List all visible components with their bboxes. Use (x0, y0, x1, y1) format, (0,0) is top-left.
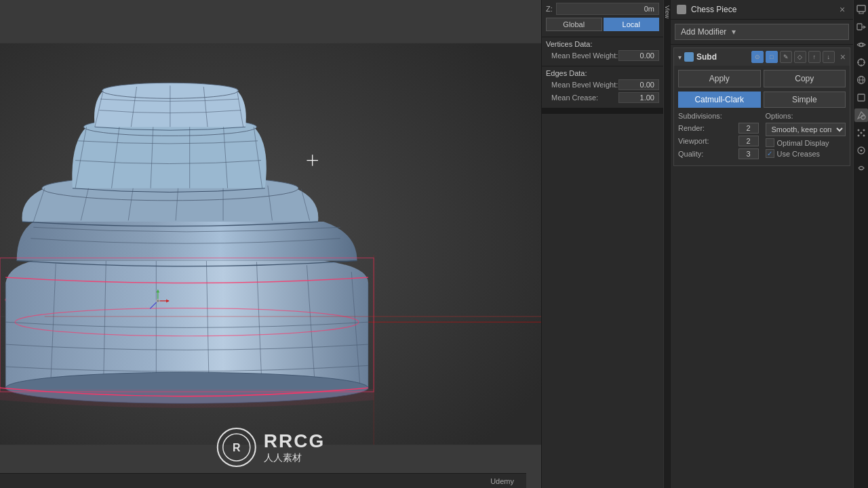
view-label: View (664, 5, 671, 18)
simple-button[interactable]: Simple (764, 92, 846, 108)
svg-point-69 (860, 132, 862, 134)
modifier-prop-icon[interactable] (854, 108, 868, 122)
global-local-toggle: Global Local (546, 18, 659, 31)
svg-rect-51 (857, 5, 865, 12)
modifier-card-subd: ▾ Subd ⊙ □ ✎ ◇ ↑ ↓ × Apply Copy (673, 47, 850, 166)
panel-separator (542, 108, 663, 114)
vertices-data-section: Vertices Data: Mean Bevel Weight: (542, 37, 663, 66)
modifier-cage-icon[interactable]: ◇ (794, 51, 806, 63)
svg-point-54 (859, 43, 863, 47)
modifier-card-header: ▾ Subd ⊙ □ ✎ ◇ ↑ ↓ × (674, 48, 850, 66)
scene-prop-icon[interactable] (854, 56, 868, 69)
watermark-text: RRCG 人人素材 (264, 430, 325, 464)
options-dropdown[interactable]: Smooth, keep corners (766, 123, 846, 136)
optimal-display-row: Optimal Display (766, 138, 846, 147)
watermark: R RRCG 人人素材 (216, 427, 325, 468)
svg-point-68 (863, 135, 865, 137)
viewport-label: Viewport: (678, 137, 709, 145)
apply-button[interactable]: Apply (678, 70, 761, 87)
options-col: Options: Smooth, keep corners Optimal Di… (766, 112, 846, 161)
z-label: Z: (546, 5, 556, 13)
quality-input[interactable] (738, 148, 759, 159)
vertices-bevel-input[interactable] (618, 50, 659, 61)
modifier-render-icon[interactable]: □ (766, 51, 778, 63)
quality-label: Quality: (678, 150, 703, 158)
modifier-header-icon (676, 4, 687, 15)
use-creases-check-icon: ✓ (767, 150, 772, 157)
vertices-bevel-row: Mean Bevel Weight: (546, 50, 659, 61)
modifier-realtime-icon[interactable]: ⊙ (751, 51, 764, 63)
edges-crease-label: Mean Crease: (546, 94, 598, 102)
udemy-badge: Udemy (490, 477, 514, 485)
svg-point-67 (857, 135, 859, 137)
algorithm-row: Catmull-Clark Simple (674, 92, 850, 112)
catmull-clark-button[interactable]: Catmull-Clark (678, 92, 761, 108)
apply-copy-row: Apply Copy (674, 66, 850, 92)
modifier-panel-header: Chess Piece × (671, 0, 853, 20)
modifier-edit-icon[interactable]: ✎ (780, 51, 792, 63)
subdivisions-title: Subdivisions: (678, 112, 759, 120)
edges-crease-input[interactable] (618, 92, 659, 103)
local-toggle[interactable]: Local (604, 18, 660, 31)
bottom-bar (0, 473, 526, 488)
constraints-prop-icon[interactable] (854, 161, 868, 175)
use-creases-checkbox[interactable]: ✓ (766, 149, 774, 158)
n-panel: Z: Global Local Vertices Data: Mean Beve… (541, 0, 663, 488)
modifier-down-icon[interactable]: ↓ (823, 51, 835, 63)
vertices-data-title: Vertices Data: (546, 40, 659, 48)
particles-prop-icon[interactable] (854, 126, 868, 140)
edges-bevel-input[interactable] (618, 79, 659, 90)
options-title: Options: (766, 112, 846, 120)
render-row: Render: (678, 123, 759, 134)
render-label: Render: (678, 124, 705, 132)
modifier-panel-close[interactable]: × (837, 4, 848, 15)
render-prop-icon[interactable] (854, 3, 868, 16)
use-creases-label: Use Creases (777, 150, 821, 158)
svg-point-66 (863, 129, 865, 131)
render-input[interactable] (738, 123, 759, 134)
viewport-input[interactable] (738, 136, 759, 146)
empty-space (542, 114, 663, 488)
modifier-up-icon[interactable]: ↑ (808, 51, 821, 63)
modifier-header-icons: ⊙ □ ✎ ◇ ↑ ↓ (751, 51, 835, 63)
output-prop-icon[interactable] (854, 20, 868, 34)
z-coord-row: Z: (546, 3, 659, 15)
add-modifier-row: Add Modifier ▾ (671, 20, 853, 45)
object-prop-icon[interactable] (854, 91, 868, 104)
quality-row: Quality: (678, 148, 759, 159)
viewport-row: Viewport: (678, 136, 759, 146)
watermark-chinese: 人人素材 (264, 452, 302, 464)
view-prop-icon[interactable] (854, 38, 868, 52)
use-creases-row: ✓ Use Creases (766, 149, 846, 158)
edges-data-section: Edges Data: Mean Bevel Weight: Mean Crea… (542, 66, 663, 108)
svg-point-65 (857, 129, 859, 131)
view-panel-sidebar: View (663, 0, 670, 488)
modifier-expand-icon[interactable]: ▾ (678, 54, 682, 61)
copy-button[interactable]: Copy (764, 70, 846, 87)
world-prop-icon[interactable] (854, 73, 868, 87)
main-container: R RRCG 人人素材 Udemy Z: Global Local (0, 0, 868, 488)
viewport[interactable]: R RRCG 人人素材 Udemy (0, 0, 541, 488)
svg-rect-52 (857, 24, 862, 30)
modifier-type-icon (684, 52, 694, 62)
svg-text:R: R (233, 442, 241, 453)
vertices-bevel-label: Mean Bevel Weight: (546, 52, 618, 60)
properties-icon (677, 5, 686, 14)
optimal-display-label: Optimal Display (777, 139, 829, 147)
modifier-remove-icon[interactable]: × (840, 52, 846, 62)
subdiv-options: Subdivisions: Render: Viewport: Quality: (674, 112, 850, 165)
svg-point-71 (860, 150, 862, 152)
edges-crease-row: Mean Crease: (546, 92, 659, 103)
z-value-input[interactable] (556, 3, 659, 15)
coord-section: Z: Global Local (542, 0, 663, 37)
optimal-display-checkbox[interactable] (766, 138, 774, 147)
add-modifier-arrow: ▾ (732, 27, 736, 37)
subdivisions-col: Subdivisions: Render: Viewport: Quality: (678, 112, 759, 161)
edges-bevel-label: Mean Bevel Weight: (546, 81, 618, 89)
svg-point-45 (156, 299, 159, 302)
physics-prop-icon[interactable] (854, 144, 868, 157)
watermark-rrcg: RRCG (264, 430, 325, 452)
add-modifier-button[interactable]: Add Modifier ▾ (675, 24, 849, 40)
svg-rect-63 (858, 94, 865, 101)
global-toggle[interactable]: Global (546, 18, 602, 31)
